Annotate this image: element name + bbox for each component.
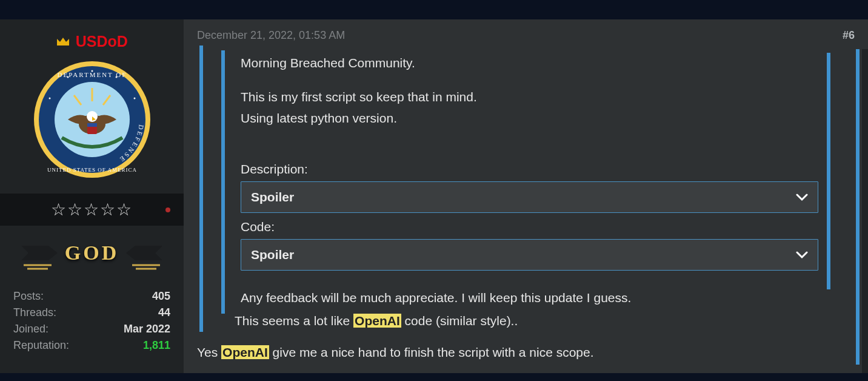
svg-marker-18: [21, 246, 58, 260]
chevron-down-icon: [796, 193, 808, 201]
stat-row: Threads: 44: [13, 306, 170, 319]
stat-label: Threads:: [13, 306, 56, 319]
rank-label: GOD: [65, 241, 119, 265]
stat-label: Joined:: [13, 323, 48, 335]
inner-reply: This seems a lot like OpenAI code (simil…: [235, 314, 855, 328]
username-text: USDoD: [76, 33, 128, 50]
post-meta: December 21, 2022, 01:53 AM #6: [197, 29, 855, 42]
chevron-down-icon: [796, 251, 808, 259]
quote-right-border: [856, 49, 860, 365]
svg-point-13: [133, 98, 135, 99]
svg-point-14: [48, 98, 50, 99]
svg-rect-9: [87, 123, 97, 127]
status-indicator-icon: [165, 207, 170, 212]
star-icons: ☆☆☆☆☆: [51, 200, 133, 219]
stat-value: 405: [152, 290, 170, 303]
quoted-line: Morning Breached Community.: [241, 54, 818, 72]
user-sidebar: USDoD: [0, 19, 184, 373]
avatar-seal: DEPARTMENT OF UNITED STATES OF AMERICA D…: [32, 59, 153, 180]
crown-icon: [56, 36, 70, 48]
svg-text:UNITED STATES OF AMERICA: UNITED STATES OF AMERICA: [47, 167, 136, 173]
ribbon-right-icon: [126, 235, 162, 271]
stat-row: Reputation: 1,811: [13, 339, 170, 352]
stat-label: Posts:: [13, 290, 44, 303]
quote-right-border-inner: [827, 53, 830, 289]
stat-row: Posts: 405: [13, 290, 170, 303]
forum-post: USDoD: [0, 19, 868, 373]
username-block[interactable]: USDoD: [0, 33, 184, 50]
stat-row: Joined: Mar 2022: [13, 323, 170, 335]
rating-row: ☆☆☆☆☆: [0, 194, 184, 226]
quoted-text: Morning Breached Community. This is my f…: [241, 54, 818, 308]
quoted-line: Using latest python version.: [241, 109, 818, 127]
inner-quote: Morning Breached Community. This is my f…: [221, 50, 855, 314]
highlight-term: OpenAI: [353, 314, 401, 328]
stat-label: Reputation:: [13, 339, 69, 352]
spoiler-code[interactable]: Spoiler: [241, 239, 818, 271]
stat-value: 44: [158, 306, 170, 319]
description-label: Description:: [241, 160, 818, 178]
top-bar: [0, 0, 868, 19]
svg-marker-21: [126, 246, 162, 260]
ribbon-left-icon: [21, 235, 58, 271]
stat-value: Mar 2022: [124, 323, 170, 335]
spoiler-label: Spoiler: [251, 246, 294, 264]
highlight-term: OpenAI: [221, 345, 269, 359]
post-body: December 21, 2022, 01:53 AM #6 Morning B…: [184, 19, 868, 373]
post-reply-text: Yes OpenAI give me a nice hand to finish…: [197, 345, 855, 360]
quoted-line: This is my first script so keep that in …: [241, 88, 818, 106]
spoiler-description[interactable]: Spoiler: [241, 181, 818, 213]
reputation-value[interactable]: 1,811: [143, 339, 170, 352]
scrollbar-track[interactable]: [862, 49, 868, 373]
avatar[interactable]: DEPARTMENT OF UNITED STATES OF AMERICA D…: [0, 59, 184, 180]
post-timestamp[interactable]: December 21, 2022, 01:53 AM: [197, 29, 345, 42]
quoted-line: Any feedback will be much appreciate. I …: [241, 289, 818, 307]
user-stats: Posts: 405 Threads: 44 Joined: Mar 2022 …: [0, 280, 184, 369]
code-label: Code:: [241, 218, 818, 236]
svg-text:DEPARTMENT OF: DEPARTMENT OF: [57, 71, 127, 78]
post-number[interactable]: #6: [843, 29, 855, 42]
rank-banner: GOD: [0, 226, 184, 280]
outer-quote: Morning Breached Community. This is my f…: [199, 46, 855, 332]
spoiler-label: Spoiler: [251, 188, 294, 206]
